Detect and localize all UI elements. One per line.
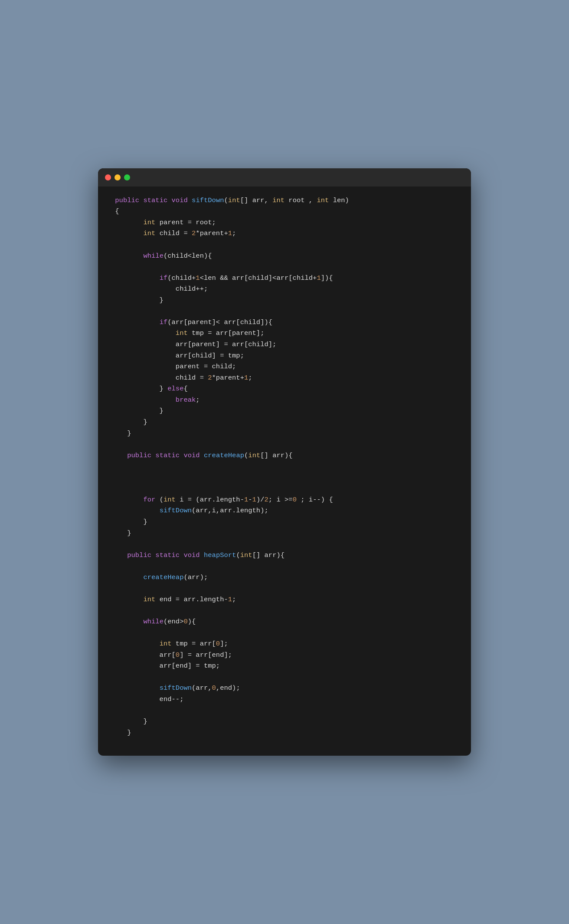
titlebar: [98, 168, 471, 187]
maximize-button[interactable]: [124, 174, 130, 180]
code-editor-window: public static void siftDown(int[] arr, i…: [98, 168, 471, 756]
close-button[interactable]: [105, 174, 111, 180]
minimize-button[interactable]: [114, 174, 121, 180]
code-content: public static void siftDown(int[] arr, i…: [98, 187, 471, 756]
